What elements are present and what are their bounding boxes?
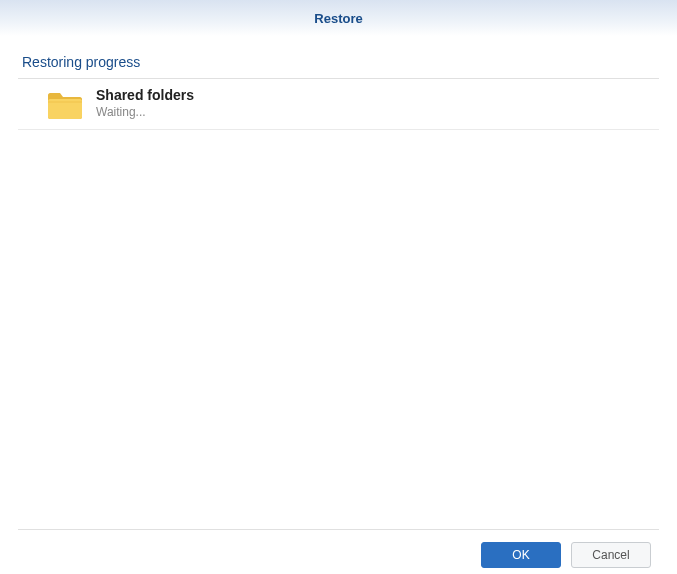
list-item-title: Shared folders [96,87,194,103]
window-title-bar: Restore [0,0,677,36]
folder-icon [46,89,84,121]
list-item-status: Waiting... [96,105,194,119]
ok-button[interactable]: OK [481,542,561,568]
list-item-text: Shared folders Waiting... [96,87,194,119]
dialog-footer: OK Cancel [18,529,659,574]
list-item: Shared folders Waiting... [18,79,659,130]
window-title: Restore [314,11,362,26]
cancel-button[interactable]: Cancel [571,542,651,568]
section-heading: Restoring progress [0,36,677,78]
progress-list: Shared folders Waiting... [0,79,677,529]
restore-dialog: Restore Restoring progress Shared folder… [0,0,677,574]
